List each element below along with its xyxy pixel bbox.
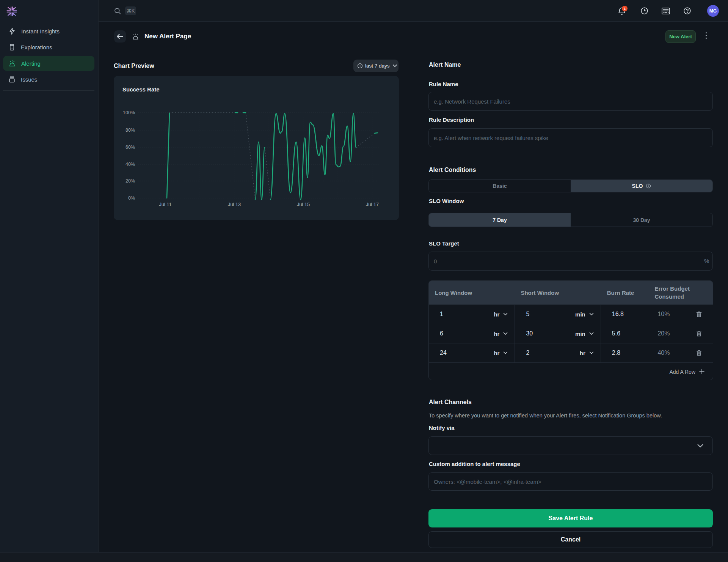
svg-text:0%: 0% (128, 195, 135, 201)
svg-text:80%: 80% (126, 128, 135, 133)
svg-text:40%: 40% (126, 162, 135, 167)
svg-text:Jul 13: Jul 13 (228, 202, 241, 207)
svg-text:Jul 15: Jul 15 (297, 202, 310, 207)
svg-text:Jul 11: Jul 11 (159, 202, 172, 207)
svg-text:60%: 60% (126, 145, 135, 150)
svg-text:20%: 20% (126, 178, 135, 184)
svg-text:Jul 17: Jul 17 (366, 202, 379, 207)
svg-text:100%: 100% (123, 110, 135, 115)
